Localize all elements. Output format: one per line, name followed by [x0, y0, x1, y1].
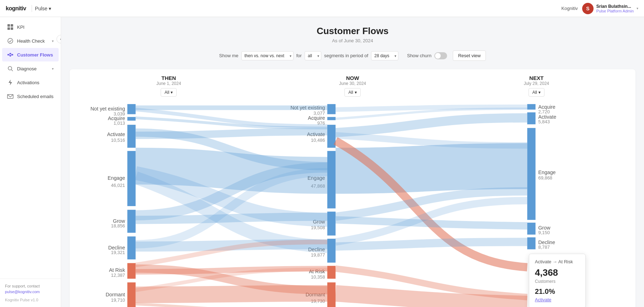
- svg-line-12: [11, 55, 12, 56]
- sidebar-item-activations[interactable]: Activations: [2, 76, 59, 89]
- svg-rect-6: [10, 53, 11, 54]
- grid-icon: [7, 24, 14, 30]
- value-now-decline: 19,877: [311, 252, 325, 258]
- svg-rect-3: [11, 27, 13, 30]
- value-next-engage: 69,868: [538, 175, 552, 181]
- segment-select-wrap[interactable]: all: [305, 51, 321, 60]
- layout: ‹ KPI Health Check ▾: [0, 17, 644, 307]
- sidebar-item-customer-flows[interactable]: Customer Flows: [2, 48, 59, 61]
- sidebar-item-label: Activations: [17, 80, 39, 85]
- app-name: Pulse: [35, 6, 47, 11]
- value-now-at-risk: 10,358: [311, 274, 325, 280]
- node-now-acquire: [327, 117, 336, 120]
- period-then: THEN June 1, 2024 All ▾: [77, 75, 261, 97]
- chevron-down-icon: ▾: [637, 6, 638, 10]
- node-next-activate: [527, 112, 535, 124]
- show-churn-toggle[interactable]: [434, 52, 447, 59]
- node-then-acquire: [127, 117, 135, 120]
- period-now-title: NOW: [261, 75, 444, 81]
- sidebar-item-health-check[interactable]: Health Check ▾: [2, 34, 59, 48]
- avatar: S: [582, 3, 594, 14]
- node-next-engage: [527, 128, 535, 220]
- segments-label: segments in period of: [324, 53, 368, 58]
- value-then-activate: 10,516: [111, 138, 125, 143]
- sidebar-item-label: KPI: [17, 25, 25, 30]
- svg-rect-5: [7, 54, 9, 55]
- show-churn-label: Show churn: [407, 53, 431, 58]
- node-then-grow: [127, 210, 135, 233]
- chevron-down-icon: ▾: [355, 90, 357, 95]
- sidebar: ‹ KPI Health Check ▾: [0, 17, 61, 307]
- period-next-filter[interactable]: All ▾: [528, 88, 544, 97]
- toggle-thumb: [435, 53, 441, 59]
- node-then-decline: [127, 236, 135, 259]
- flow-now-decline-next-decline: [336, 242, 527, 247]
- tooltip-link[interactable]: Activate: [535, 297, 551, 302]
- user-role: Pulse Platform Admin: [596, 9, 634, 13]
- value-now-activate: 10,486: [311, 138, 325, 143]
- period-then-date: June 1, 2024: [77, 81, 261, 86]
- topnav: kognitiv Pulse ▾ Kognitiv S Srian Bulath…: [0, 0, 644, 17]
- chevron-down-icon: ▾: [49, 6, 51, 11]
- svg-rect-8: [12, 54, 13, 55]
- period-then-filter[interactable]: All ▾: [161, 88, 177, 97]
- svg-line-10: [9, 55, 10, 56]
- node-now-at-risk: [327, 266, 336, 279]
- chevron-down-icon: ▾: [538, 90, 541, 95]
- chevron-down-icon: ▾: [52, 67, 54, 71]
- sidebar-item-kpi[interactable]: KPI: [2, 20, 59, 34]
- label-then-not-yet-existing: Not yet existing: [91, 106, 125, 112]
- sidebar-footer: For support, contact pulse@kognitiv.com …: [0, 279, 61, 307]
- period-now-date: June 30, 2024: [261, 81, 444, 86]
- sankey-container: THEN June 1, 2024 All ▾ NOW June 30, 202…: [70, 69, 635, 307]
- node-now-dormant: [327, 282, 336, 307]
- for-label: for: [296, 53, 302, 58]
- svg-point-13: [8, 66, 12, 70]
- tooltip-title: Activate → At Risk: [535, 259, 580, 264]
- user-name: Srian Bulathsin...: [596, 4, 634, 9]
- node-then-dormant: [127, 282, 135, 307]
- reset-view-button[interactable]: Reset view: [453, 50, 486, 61]
- svg-rect-0: [7, 24, 10, 27]
- support-email[interactable]: pulse@kognitiv.com: [5, 290, 40, 294]
- envelope-icon: [7, 93, 14, 99]
- svg-rect-7: [10, 55, 11, 56]
- app-selector[interactable]: Pulse ▾: [35, 6, 51, 11]
- toolbar: Show me then vs. now vs. next for all se…: [70, 50, 635, 61]
- flow-now-grow-next-grow: [336, 220, 527, 226]
- flow-now-activate-next-engage: [336, 135, 527, 145]
- flow-icon: [7, 52, 14, 58]
- sidebar-item-diagnose[interactable]: Diagnose ▾: [2, 62, 59, 75]
- value-then-at-risk: 12,387: [111, 273, 125, 278]
- support-text: For support, contact: [5, 284, 40, 288]
- view-select[interactable]: then vs. now vs. next: [241, 51, 294, 60]
- node-then-activate: [127, 125, 135, 148]
- period-next-title: NEXT: [445, 75, 628, 81]
- sidebar-item-label: Health Check: [17, 38, 45, 44]
- value-then-dormant: 19,710: [111, 297, 125, 303]
- period-next: NEXT July 29, 2024 All ▾: [445, 75, 628, 97]
- node-now-engage: [327, 151, 336, 209]
- sidebar-item-scheduled-emails[interactable]: Scheduled emails: [2, 90, 59, 103]
- label-then-engage: Engage: [108, 175, 125, 181]
- node-next-grow: [527, 223, 535, 235]
- svg-line-14: [11, 70, 13, 71]
- svg-rect-2: [7, 27, 10, 30]
- svg-rect-1: [11, 24, 13, 27]
- user-menu[interactable]: S Srian Bulathsin... Pulse Platform Admi…: [582, 3, 638, 14]
- period-now-filter[interactable]: All ▾: [344, 88, 360, 97]
- segment-select[interactable]: all: [305, 51, 321, 60]
- value-next-activate: 5,843: [538, 119, 549, 124]
- view-select-wrap[interactable]: then vs. now vs. next: [241, 51, 294, 60]
- value-next-grow: 9,150: [538, 230, 549, 235]
- sidebar-item-label: Scheduled emails: [17, 94, 54, 99]
- sankey-diagram[interactable]: Not yet existing 3,039 Acquire 1,013 Act…: [77, 99, 628, 307]
- period-select-wrap[interactable]: 28 days: [371, 51, 398, 60]
- chevron-down-icon: ▾: [52, 39, 54, 43]
- logo: kognitiv: [6, 5, 26, 12]
- flow-now-engage-next-engage: [336, 166, 527, 171]
- label-next-engage: Engage: [538, 169, 556, 175]
- period-select[interactable]: 28 days: [371, 51, 398, 60]
- flow-grow-grow: [136, 217, 327, 220]
- flow-now-dormant-next-dormant: [336, 293, 527, 304]
